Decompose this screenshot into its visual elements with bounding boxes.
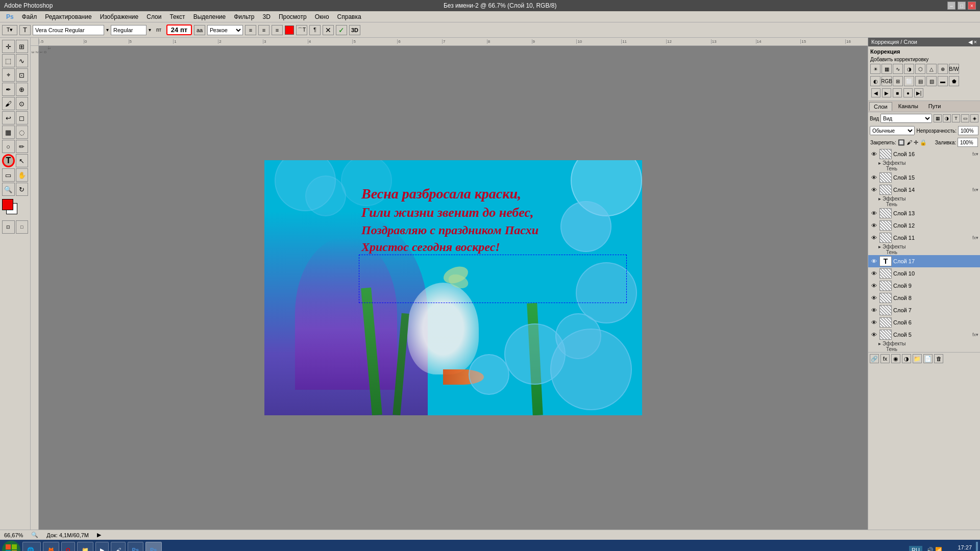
- character-panel-btn[interactable]: ¶: [309, 25, 321, 35]
- panel-nav-end[interactable]: ▶|: [914, 88, 923, 97]
- panel-collapse-btn[interactable]: ◀: [968, 39, 972, 45]
- layer-kind-select[interactable]: Вид: [880, 114, 932, 123]
- taskbar-firefox-btn[interactable]: 🦊: [43, 542, 59, 551]
- opacity-input[interactable]: [958, 126, 978, 135]
- dodge-tool[interactable]: ○: [2, 140, 15, 153]
- text-orientation-btn[interactable]: T: [19, 25, 31, 35]
- pen-tool[interactable]: ✏: [16, 140, 29, 153]
- taskbar-explorer-btn[interactable]: 📁: [77, 542, 93, 551]
- taskbar-media-btn[interactable]: ▶: [95, 542, 109, 551]
- selective-color-icon[interactable]: ⬟: [949, 76, 959, 86]
- hand-tool[interactable]: ✋: [16, 168, 29, 182]
- layer-visibility-toggle[interactable]: 👁: [870, 306, 878, 314]
- kind-smart-icon[interactable]: ◈: [970, 114, 978, 122]
- table-row[interactable]: 👁 Слой 13: [868, 207, 980, 219]
- layer-adjustment-btn[interactable]: ◑: [902, 354, 911, 363]
- panel-nav-play[interactable]: ▶: [882, 88, 891, 97]
- table-row[interactable]: 👁 Слой 10: [868, 267, 980, 280]
- bw-icon[interactable]: B/W: [949, 64, 959, 74]
- menu-help[interactable]: Справка: [333, 12, 365, 21]
- brightness-icon[interactable]: ☀: [870, 64, 880, 74]
- leading-btn[interactable]: аа: [194, 25, 205, 35]
- start-button[interactable]: [2, 541, 20, 551]
- menu-3d[interactable]: 3D: [259, 12, 275, 21]
- panel-nav-record[interactable]: ●: [903, 88, 913, 97]
- table-row[interactable]: 👁 Слой 12: [868, 219, 980, 232]
- gradient-map-icon[interactable]: ▬: [938, 76, 948, 86]
- artboard-tool[interactable]: ⊞: [16, 40, 29, 53]
- kind-adjust-icon[interactable]: ◑: [943, 114, 951, 122]
- zoom-tool[interactable]: 🔍: [2, 183, 15, 196]
- layer-visibility-toggle[interactable]: 👁: [870, 234, 878, 242]
- table-row[interactable]: 👁 Слой 9: [868, 280, 980, 292]
- layer-link-btn[interactable]: 🔗: [870, 354, 879, 363]
- vibrance-icon[interactable]: ⬡: [915, 64, 925, 74]
- table-row[interactable]: 👁 Слой 8: [868, 292, 980, 304]
- tab-paths[interactable]: Пути: [924, 102, 945, 111]
- commit-text-btn[interactable]: ✓: [336, 25, 347, 35]
- menu-window[interactable]: Окно: [311, 12, 333, 21]
- exposure-icon[interactable]: ◑: [904, 64, 914, 74]
- layer-visibility-toggle[interactable]: 👁: [870, 173, 878, 182]
- color-lookup-icon[interactable]: ⊞: [893, 76, 903, 86]
- layer-new-btn[interactable]: 📄: [923, 354, 933, 363]
- show-desktop-btn[interactable]: [976, 542, 978, 551]
- blend-mode-select[interactable]: Обычные: [870, 126, 915, 135]
- panel-close-btn[interactable]: ×: [974, 39, 977, 45]
- maximize-button[interactable]: □: [958, 2, 966, 10]
- layer-visibility-toggle[interactable]: 👁: [870, 257, 878, 265]
- cancel-text-btn[interactable]: ✕: [323, 25, 334, 35]
- crop-tool[interactable]: ⊡: [16, 68, 29, 82]
- tab-layers[interactable]: Слои: [869, 102, 892, 111]
- align-right-btn[interactable]: ≡: [272, 25, 283, 35]
- menu-filter[interactable]: Фильтр: [230, 12, 258, 21]
- foreground-color[interactable]: [2, 199, 13, 210]
- effect-expand-icon[interactable]: ▸: [878, 341, 881, 346]
- quick-mask-tool[interactable]: ⊡: [2, 220, 15, 234]
- text-color-swatch[interactable]: [285, 26, 294, 35]
- align-left-btn[interactable]: ≡: [245, 25, 256, 35]
- menu-edit[interactable]: Редактирование: [41, 12, 95, 21]
- taskbar-ps1-btn[interactable]: Ps: [128, 542, 143, 551]
- brush-tool[interactable]: 🖌: [2, 97, 15, 110]
- effect-expand-icon[interactable]: ▸: [878, 160, 881, 166]
- effect-expand-icon[interactable]: ▸: [878, 196, 881, 202]
- layer-visibility-toggle[interactable]: 👁: [870, 331, 878, 339]
- menu-select[interactable]: Выделение: [189, 12, 230, 21]
- kind-text-icon[interactable]: T: [952, 114, 960, 122]
- photo-filter-icon[interactable]: ◐: [870, 76, 880, 86]
- path-select-tool[interactable]: ↖: [16, 154, 28, 167]
- lock-transparent-btn[interactable]: 🔲: [898, 139, 905, 146]
- layer-group-btn[interactable]: 📁: [913, 354, 922, 363]
- layer-visibility-toggle[interactable]: 👁: [870, 150, 878, 158]
- taskbar-opera-btn[interactable]: O: [61, 542, 75, 551]
- menu-text[interactable]: Текст: [165, 12, 189, 21]
- spot-heal-tool[interactable]: ⊕: [16, 83, 29, 96]
- table-row[interactable]: 👁 Слой 15: [868, 171, 980, 184]
- hue-saturation-icon[interactable]: △: [926, 64, 937, 74]
- lock-position-btn[interactable]: ✛: [914, 139, 918, 146]
- effect-expand-icon[interactable]: ▸: [878, 244, 881, 249]
- layer-visibility-toggle[interactable]: 👁: [870, 221, 878, 230]
- threshold-icon[interactable]: ▧: [926, 76, 937, 86]
- layer-mask-btn[interactable]: ◉: [891, 354, 900, 363]
- fill-input[interactable]: [958, 138, 978, 147]
- kind-shape-icon[interactable]: ▭: [961, 114, 969, 122]
- layer-visibility-toggle[interactable]: 👁: [870, 318, 878, 327]
- taskbar-paint-btn[interactable]: 🖌: [111, 542, 126, 551]
- screen-mode-tool[interactable]: □: [16, 220, 29, 234]
- levels-icon[interactable]: ▦: [881, 64, 892, 74]
- doc-info-arrow[interactable]: ▶: [97, 532, 101, 538]
- font-size-input[interactable]: 24 пт: [166, 24, 192, 35]
- layer-delete-btn[interactable]: 🗑: [934, 354, 943, 363]
- warp-text-btn[interactable]: ⌒T: [296, 25, 307, 35]
- panel-nav-stop[interactable]: ■: [893, 88, 902, 97]
- table-row[interactable]: 👁 Слой 6: [868, 316, 980, 329]
- gradient-tool[interactable]: ▦: [2, 126, 15, 139]
- font-family-input[interactable]: [33, 25, 104, 35]
- table-row[interactable]: 👁 Слой 11 fx▾: [868, 232, 980, 244]
- menu-view[interactable]: Просмотр: [275, 12, 311, 21]
- layer-visibility-toggle[interactable]: 👁: [870, 209, 878, 217]
- menu-file[interactable]: Файл: [18, 12, 41, 21]
- kind-pixel-icon[interactable]: ▦: [934, 114, 942, 122]
